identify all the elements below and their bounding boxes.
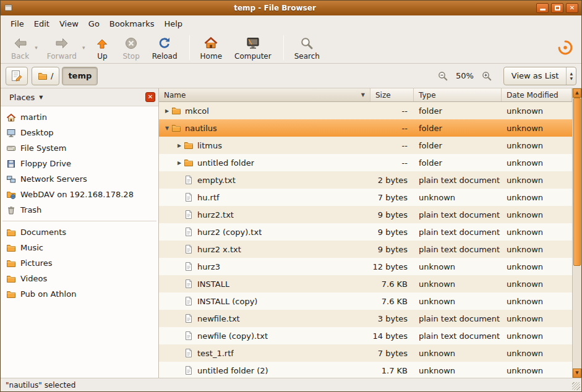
close-button[interactable]: ✕ (566, 3, 578, 13)
column-header-type[interactable]: Type (414, 88, 502, 101)
expander-expanded-icon[interactable]: ▼ (163, 126, 171, 131)
folder-icon (171, 106, 181, 116)
file-row[interactable]: INSTALL7.6 KBunknownunknown (159, 275, 572, 292)
file-name-cell: untitled folder (2) (159, 365, 370, 375)
view-mode-selector[interactable]: View as List ▲▼ (503, 67, 576, 85)
file-size: 7 bytes (370, 193, 414, 202)
path-button-root[interactable]: / (32, 67, 59, 85)
file-row[interactable]: test_1.rtf7 bytesunknownunknown (159, 344, 572, 362)
computer-button[interactable]: Computer (229, 34, 277, 61)
file-row[interactable]: hurz2 (copy).txt9 bytesplain text docume… (159, 223, 572, 241)
file-row[interactable]: ▼nautilus--folderunknown (159, 119, 572, 137)
file-name-cell: test_1.rtf (159, 348, 370, 358)
column-header-size[interactable]: Size (370, 88, 414, 101)
sidebar-item-label: File System (20, 143, 66, 153)
toolbar-button-label: Back (11, 52, 29, 61)
sidebar-item-file-system[interactable]: File System (1, 140, 158, 156)
notes-icon (10, 69, 24, 83)
file-size: 9 bytes (370, 245, 414, 254)
sidebar-item-network-servers[interactable]: Network Servers (1, 171, 158, 187)
sidebar-item-desktop[interactable]: Desktop (1, 125, 158, 140)
sidebar-item-webdav-on-192-168-178-28[interactable]: WebDAV on 192.168.178.28 (1, 187, 158, 202)
menu-go[interactable]: Go (83, 17, 105, 31)
expander-collapsed-icon[interactable]: ▶ (175, 160, 184, 166)
file-name: untitled folder (2) (197, 366, 268, 375)
sidebar-item-pictures[interactable]: Pictures (1, 255, 158, 271)
file-row[interactable]: empty.txt2 bytesplain text documentunkno… (159, 171, 572, 189)
sidebar-item-label: martin (20, 113, 47, 122)
sidebar-item-floppy-drive[interactable]: Floppy Drive (1, 156, 158, 171)
file-type: unknown (414, 193, 502, 202)
scrollbar-thumb[interactable] (573, 98, 581, 266)
file-type: plain text document (414, 228, 502, 237)
file-row[interactable]: untitled folder (2)1.7 KBunknownunknown (159, 362, 572, 378)
path-button-temp[interactable]: temp (62, 67, 98, 85)
folder-icon (6, 274, 16, 284)
sidebar-close-button[interactable]: ✕ (145, 92, 155, 102)
sidebar-item-martin[interactable]: martin (1, 109, 158, 125)
file-row[interactable]: ▶mkcol--folderunknown (159, 102, 572, 119)
menu-help[interactable]: Help (159, 17, 187, 31)
zoom-out-button[interactable] (435, 68, 451, 84)
path-label: temp (68, 71, 92, 80)
file-type: plain text document (414, 245, 502, 254)
sidebar-item-trash[interactable]: Trash (1, 202, 158, 218)
file-size: 1.7 KB (370, 366, 414, 375)
sidebar-item-music[interactable]: Music (1, 240, 158, 255)
status-text: "nautilus" selected (6, 381, 75, 390)
column-header-label: Size (375, 91, 391, 100)
file-row[interactable]: INSTALL (copy)7.6 KBunknownunknown (159, 292, 572, 310)
sidebar-item-videos[interactable]: Videos (1, 271, 158, 286)
scrollbar-up-button[interactable]: ▲ (573, 88, 581, 98)
file-row[interactable]: hurz2.txt9 bytesplain text documentunkno… (159, 206, 572, 223)
toolbar-button-label: Stop (122, 52, 139, 61)
vertical-scrollbar[interactable]: ▲ ▼ (572, 88, 581, 378)
toolbar-button-label: Computer (234, 52, 272, 61)
window-icon (4, 3, 14, 13)
search-button[interactable]: Search (289, 34, 325, 61)
file-row[interactable]: hurz2 x.txt9 bytesplain text documentunk… (159, 241, 572, 258)
file-icon (184, 279, 194, 289)
file-name-cell: newfile (copy).txt (159, 331, 370, 341)
folder-icon (171, 123, 181, 133)
column-header-name[interactable]: Name▼ (159, 88, 370, 101)
toolbar-buttons: Back▾Forward▾UpStopReloadHomeComputerSea… (6, 32, 327, 63)
scrollbar-down-button[interactable]: ▼ (573, 369, 581, 378)
back-button: Back (6, 34, 35, 61)
location-toggle-button[interactable] (6, 67, 28, 85)
sidebar-item-documents[interactable]: Documents (1, 224, 158, 240)
reload-button[interactable]: Reload (147, 34, 183, 61)
places-selector[interactable]: Places ▼ (4, 91, 49, 104)
forward-button: Forward (41, 34, 82, 61)
zoom-in-button[interactable] (479, 68, 495, 84)
file-date: unknown (502, 262, 572, 271)
webdav-icon (6, 190, 16, 200)
titlebar[interactable]: temp - File Browser ✕ (1, 1, 581, 15)
file-row[interactable]: newfile.txt3 bytesplain text documentunk… (159, 310, 572, 327)
menu-edit[interactable]: Edit (29, 17, 54, 31)
computer-icon (245, 35, 261, 51)
file-row[interactable]: hu.rtf7 bytesunknownunknown (159, 189, 572, 206)
up-button[interactable]: Up (88, 34, 116, 61)
sidebar-item-pub-on-athlon[interactable]: Pub on Athlon (1, 286, 158, 302)
menu-file[interactable]: File (6, 17, 29, 31)
menu-view[interactable]: View (54, 17, 83, 31)
file-row[interactable]: ▶litmus--folderunknown (159, 137, 572, 154)
sidebar-item-label: Pictures (20, 258, 52, 268)
home-button[interactable]: Home (195, 34, 228, 61)
resize-grip-icon[interactable] (572, 382, 580, 390)
toolbar-group-computer: Computer (229, 34, 277, 61)
trash-icon (6, 205, 16, 215)
file-icon (184, 365, 194, 375)
column-header-date-modified[interactable]: Date Modified (502, 88, 572, 101)
menu-bookmarks[interactable]: Bookmarks (105, 17, 160, 31)
file-row[interactable]: ▶untitled folder--folderunknown (159, 154, 572, 171)
expander-collapsed-icon[interactable]: ▶ (163, 108, 171, 114)
up-icon (94, 35, 110, 51)
file-row[interactable]: hurz312 bytesunknownunknown (159, 258, 572, 275)
minimize-button[interactable] (536, 3, 549, 13)
file-row[interactable]: newfile (copy).txt14 bytesplain text doc… (159, 327, 572, 344)
scrollbar-trough[interactable] (573, 98, 581, 369)
expander-collapsed-icon[interactable]: ▶ (175, 143, 184, 148)
maximize-button[interactable] (551, 3, 563, 13)
